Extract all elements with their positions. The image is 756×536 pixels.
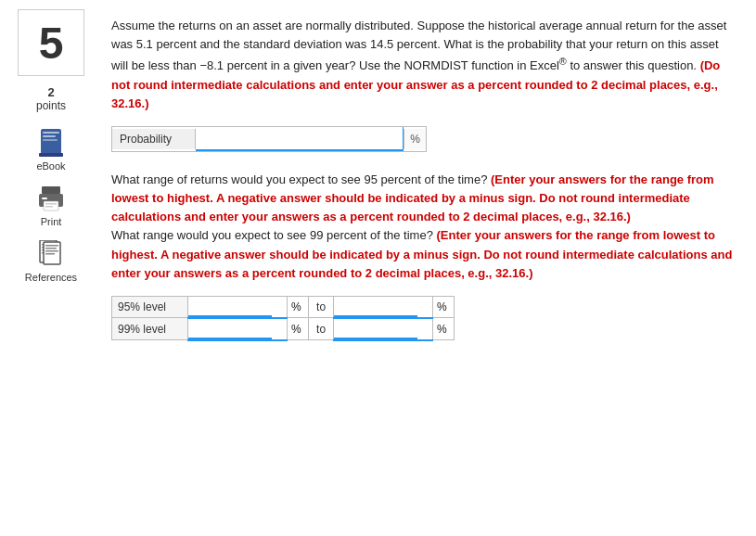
cell-from-99 xyxy=(188,318,288,340)
question-number-box: 5 xyxy=(18,9,84,76)
cell-to-99: to xyxy=(309,318,334,340)
input-from-95[interactable] xyxy=(188,297,272,317)
range-section: What range of returns would you expect t… xyxy=(111,171,737,341)
svg-rect-5 xyxy=(42,186,60,194)
sidebar-item-references[interactable]: References xyxy=(25,240,77,283)
row-label-99: 99% level xyxy=(112,318,188,340)
cell-unit-from-95: % xyxy=(287,296,308,318)
svg-rect-1 xyxy=(43,132,59,134)
question-text-p2: to answer this question. xyxy=(567,59,697,73)
input-to-99[interactable] xyxy=(334,319,417,339)
cell-to-95: to xyxy=(309,296,334,318)
table-row: 99% level % to % xyxy=(112,318,455,340)
svg-rect-10 xyxy=(45,206,53,208)
probability-label: Probability xyxy=(112,129,196,149)
range-question-text: What range of returns would you expect t… xyxy=(111,171,737,283)
svg-rect-17 xyxy=(45,245,58,247)
range-text-p1: What range of returns would you expect t… xyxy=(111,172,487,186)
cell-unit-from-99: % xyxy=(287,318,308,340)
input-to-95[interactable] xyxy=(334,297,417,317)
svg-rect-20 xyxy=(45,253,55,255)
sidebar-item-print[interactable]: Print xyxy=(36,185,66,227)
points-text: points xyxy=(36,99,66,112)
points-label: 2 points xyxy=(36,85,66,112)
svg-rect-2 xyxy=(43,135,56,137)
print-icon xyxy=(36,185,66,214)
ebook-icon xyxy=(36,129,66,159)
probability-input[interactable] xyxy=(196,127,404,151)
svg-rect-19 xyxy=(45,250,58,252)
svg-rect-3 xyxy=(43,139,58,141)
cell-from-95 xyxy=(188,296,288,318)
row-label-95: 95% level xyxy=(112,296,188,318)
input-from-99[interactable] xyxy=(188,319,272,339)
cell-unit-to-95: % xyxy=(432,296,454,318)
range-text-p2: What range would you expect to see 99 pe… xyxy=(111,228,433,242)
cell-to-input-99 xyxy=(334,318,433,340)
sidebar-item-ebook[interactable]: eBook xyxy=(36,129,66,172)
svg-rect-7 xyxy=(42,198,47,199)
cell-to-input-95 xyxy=(334,296,433,318)
cell-unit-to-99: % xyxy=(432,318,454,340)
probability-input-row: Probability % xyxy=(111,126,427,152)
references-label: References xyxy=(25,272,77,283)
range-table: 95% level % to % 99% level xyxy=(111,296,455,341)
ebook-label: eBook xyxy=(36,160,65,172)
sidebar: 5 2 points eBook xyxy=(0,0,102,358)
svg-rect-4 xyxy=(39,153,63,157)
svg-rect-18 xyxy=(45,248,57,249)
main-content: Assume the returns on an asset are norma… xyxy=(102,0,756,358)
page-layout: 5 2 points eBook xyxy=(0,0,756,358)
table-row: 95% level % to % xyxy=(112,296,455,318)
references-icon xyxy=(36,240,66,270)
svg-rect-9 xyxy=(45,203,57,205)
question-text: Assume the returns on an asset are norma… xyxy=(111,17,737,113)
print-label: Print xyxy=(41,216,62,227)
superscript: ® xyxy=(559,56,567,67)
points-value: 2 xyxy=(36,85,66,99)
question-number: 5 xyxy=(39,18,64,69)
probability-unit: % xyxy=(404,129,426,149)
